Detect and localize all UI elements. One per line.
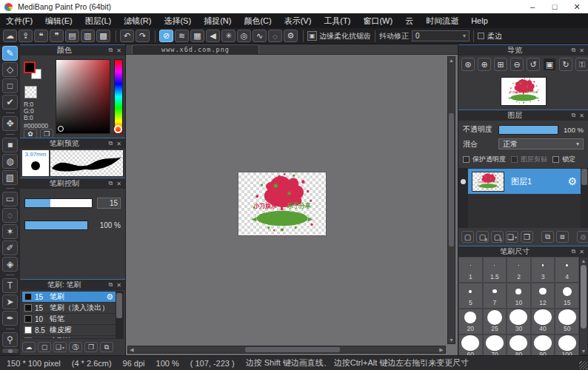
brush-size-option[interactable]: 15 [555, 283, 579, 309]
brush-size-option[interactable]: 20 [458, 309, 483, 334]
scroll-up-icon[interactable]: ▲ [580, 258, 587, 263]
pen-tool[interactable]: ✒ [2, 311, 18, 326]
layer-new-8bit-button[interactable]: ▢8 [476, 231, 489, 243]
eraser-tool[interactable]: ◇ [2, 62, 18, 77]
menu-snap[interactable]: 捕捉(N) [204, 16, 231, 27]
menu-tool[interactable]: 工具(T) [324, 16, 350, 27]
saturation-value-picker[interactable] [56, 59, 110, 134]
foreground-color-swatch[interactable] [24, 61, 36, 73]
brush-list-item[interactable]: 15笔刷⚙ [22, 292, 116, 303]
jitter-dropdown[interactable]: 0 ▾ [412, 30, 470, 41]
brush-size-option[interactable]: 50 [555, 309, 579, 334]
panel-close-icon[interactable]: ✕ [116, 181, 121, 187]
nav-fit-window-button[interactable]: ▣ [543, 58, 556, 71]
nav-zoom-in-button[interactable]: ⊕ [478, 58, 491, 71]
brush-size-option[interactable]: 25 [483, 309, 507, 334]
brush-list-item[interactable]: 15水彩笔 [22, 336, 116, 339]
palette-button[interactable]: ✿ [24, 129, 37, 138]
canvas-horizontal-scrollbar[interactable]: ◀ ▶ [127, 346, 446, 354]
layer-new-1bit-button[interactable]: ▢1 [491, 231, 504, 243]
brush-add-menu-button[interactable]: ❏▾ [53, 342, 67, 352]
nav-zoom-out-button[interactable]: ⊖ [510, 58, 524, 71]
panel-popout-icon[interactable]: ⧉ [109, 140, 113, 147]
menu-cloud[interactable]: 云 [405, 16, 413, 27]
brush-size-option[interactable]: 30 [507, 309, 531, 334]
layer-opacity-slider[interactable] [498, 125, 558, 135]
brush-size-option[interactable]: 60 [458, 334, 483, 355]
panel-popout-icon[interactable]: ⧉ [109, 47, 113, 54]
snap-settings-button[interactable]: ⚙ [284, 30, 298, 42]
snap-vanishing-button[interactable]: ◀ [206, 30, 220, 42]
brush-list-item[interactable]: 8.5橡皮擦 [22, 325, 116, 336]
brush-script-button[interactable]: Ⓢ [69, 342, 82, 352]
lasso-tool[interactable]: ◌ [2, 208, 18, 223]
comment-settings-button[interactable]: ❞ [50, 30, 64, 42]
scroll-left-icon[interactable]: ◀ [128, 346, 136, 353]
close-button[interactable]: ✕ [566, 0, 588, 13]
brush-folder-button[interactable]: ❐ [84, 342, 98, 352]
brush-size-option[interactable]: 80 [507, 334, 531, 355]
panel-close-icon[interactable]: ✕ [579, 47, 584, 54]
minimize-button[interactable]: – [521, 0, 544, 13]
brush-duplicate-button[interactable]: ⧉ [100, 342, 113, 352]
brush-add-button[interactable]: ▢ [38, 342, 51, 352]
document-button[interactable]: ▤ [65, 30, 79, 42]
document-list-button[interactable]: ▥ [81, 30, 95, 42]
layer-delete-button[interactable]: ♲ [577, 231, 588, 243]
brush-list-item[interactable]: 15笔刷（淡入淡出） [22, 303, 116, 314]
lock-checkbox[interactable]: 锁定 [552, 155, 575, 164]
upload-button[interactable]: ⇪ [19, 30, 33, 42]
select-eraser-tool[interactable]: ◈ [2, 257, 18, 272]
brush-size-option[interactable]: 40 [531, 309, 555, 334]
sv-cursor[interactable] [58, 126, 64, 132]
panel-popout-icon[interactable]: ⧉ [109, 281, 113, 289]
layer-merge-down-button[interactable]: ⧈ [556, 231, 569, 243]
tool-column-slider[interactable] [2, 349, 19, 353]
brush-cloud-download-button[interactable]: ☁ [22, 342, 36, 352]
brush-size-option[interactable]: 1.5 [483, 257, 507, 283]
hue-slider[interactable] [114, 59, 123, 134]
brush-size-value[interactable]: 15 [97, 198, 121, 209]
brush-size-option[interactable]: 5 [458, 283, 483, 309]
panel-close-icon[interactable]: ✕ [579, 249, 584, 255]
snap-radial-button[interactable]: ✳ [221, 30, 235, 42]
panel-popout-icon[interactable]: ⧉ [572, 112, 576, 119]
shape-brush-tool[interactable]: □ [2, 78, 18, 93]
lock-checkbox-box[interactable] [552, 156, 559, 163]
transparent-color-swatch[interactable] [24, 86, 37, 98]
eyedropper-tool[interactable]: ⚲ [2, 332, 18, 347]
canvas-area[interactable]: www.x6d.com.png 小刀娱乐 乐于分享 ▲ ▼ ◀ ▶ [126, 44, 458, 355]
layer-row[interactable]: 小刀娱乐 乐于分享 图层1 ⚙ [468, 169, 581, 194]
navigator-thumbnail[interactable]: 小刀娱乐 乐于分享 [501, 77, 547, 106]
brush-size-slider[interactable] [24, 198, 93, 208]
menu-filter[interactable]: 滤镜(R) [124, 16, 151, 27]
brush-size-option[interactable]: 12 [531, 283, 555, 309]
clipping-checkbox-box[interactable] [511, 156, 518, 163]
comment-button[interactable]: ❝ [34, 30, 48, 42]
brush-opacity-slider[interactable] [24, 221, 88, 230]
protect-alpha-checkbox[interactable]: 保护透明度 [463, 155, 506, 164]
layer-list-scrollbar[interactable] [581, 168, 588, 228]
panel-close-icon[interactable]: ✕ [116, 47, 121, 54]
nav-lock-button[interactable]: ⚿ [575, 58, 588, 71]
panel-popout-icon[interactable]: ⧉ [109, 180, 113, 187]
scroll-down-icon[interactable]: ▼ [448, 337, 455, 343]
menu-help[interactable]: Help [471, 16, 488, 25]
vertical-scroll-thumb[interactable] [449, 113, 454, 246]
text-tool[interactable]: T [2, 278, 18, 293]
snap-ellipse-button[interactable]: ◌ [268, 30, 282, 42]
panel-popout-icon[interactable]: ⧉ [572, 47, 576, 54]
hue-cursor[interactable] [114, 125, 122, 133]
snap-off-button[interactable]: ⊘ [159, 30, 173, 42]
snap-concentric-button[interactable]: ◎ [237, 30, 251, 42]
magic-wand-tool[interactable]: ✶ [2, 224, 18, 239]
menu-window[interactable]: 窗口(W) [363, 16, 392, 27]
layer-add-menu-button[interactable]: ❏▾ [506, 231, 518, 243]
protect-alpha-checkbox-box[interactable] [463, 156, 470, 163]
antialias-icon[interactable]: ▣ [307, 31, 317, 41]
menu-select[interactable]: 选择(S) [164, 16, 191, 27]
menu-color[interactable]: 颜色(C) [244, 16, 271, 27]
snap-parallel-button[interactable]: ≋ [175, 30, 189, 42]
menu-timelapse[interactable]: 时间流逝 [426, 16, 458, 27]
brush-tool[interactable]: ✎ [2, 46, 18, 61]
